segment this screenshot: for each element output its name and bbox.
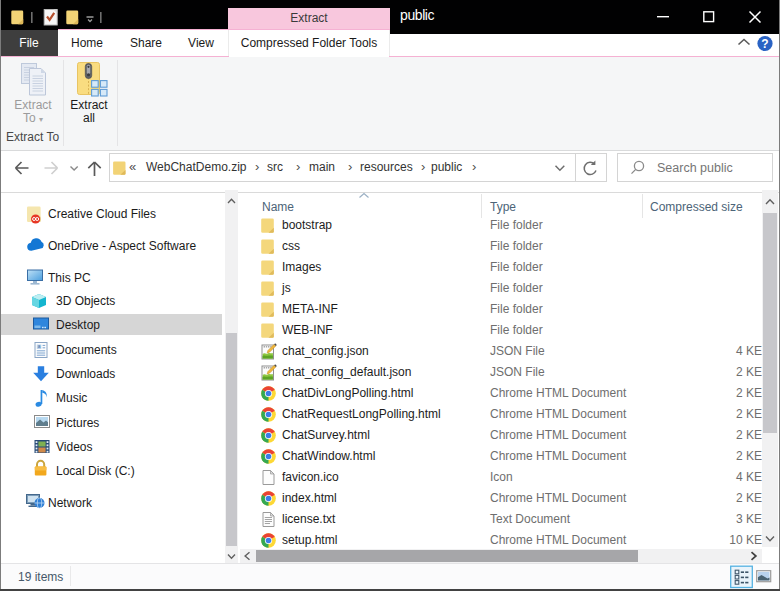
svg-text:?: ? (761, 37, 768, 51)
svg-text:a: a (38, 344, 41, 349)
